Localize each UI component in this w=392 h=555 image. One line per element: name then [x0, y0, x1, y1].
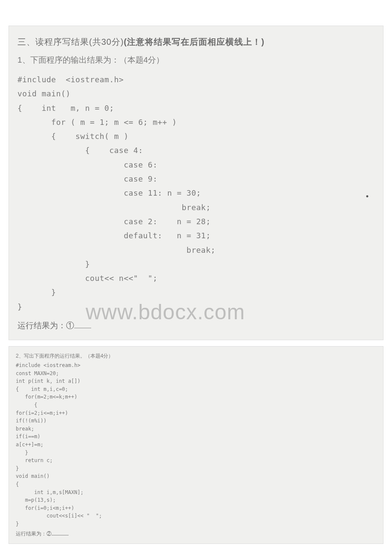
question-2-text: 2、写出下面程序的运行结果。（本题4分） [16, 353, 376, 360]
heading-bold: (注意将结果写在后面相应横线上！) [124, 37, 265, 46]
dot-marker-icon: • [366, 192, 369, 201]
result-label-1-text: 运行结果为：① [17, 321, 74, 330]
code-block-1: #include <iostream.h> void main() { int … [17, 72, 375, 314]
section-heading: 三、读程序写结果(共30分)(注意将结果写在后面相应横线上！) [17, 36, 375, 48]
answer-blank-2 [52, 530, 69, 535]
answer-blank-1 [74, 320, 91, 328]
question-1-text: 1、下面程序的输出结果为：（本题4分） [17, 55, 375, 66]
document-page: 三、读程序写结果(共30分)(注意将结果写在后面相应横线上！) 1、下面程序的输… [0, 0, 392, 555]
result-label-2-text: 运行结果为：② [16, 531, 52, 537]
question-1-block: 三、读程序写结果(共30分)(注意将结果写在后面相应横线上！) 1、下面程序的输… [9, 26, 383, 340]
result-label-2: 运行结果为：② [16, 530, 376, 538]
heading-plain: 三、读程序写结果(共30分) [17, 37, 124, 46]
code-block-2: #include <iostream.h> const MAXN=20; int… [16, 361, 376, 528]
result-label-1: 运行结果为：① [17, 320, 375, 331]
question-2-block: 2、写出下面程序的运行结果。（本题4分） #include <iostream.… [9, 346, 383, 543]
